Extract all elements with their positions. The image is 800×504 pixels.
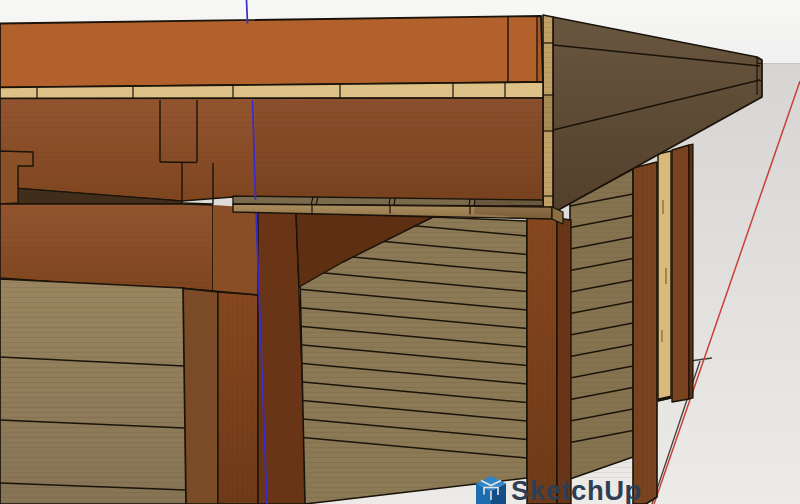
right-plywood-board [658,151,671,401]
model-scene[interactable]: SketchUp [0,0,800,504]
near-corner-post[interactable] [527,216,571,504]
rim-joist-band[interactable] [0,98,543,206]
left-plank-wall[interactable] [0,279,186,504]
right-post-b-side [689,144,693,399]
sketchup-viewport[interactable]: SketchUp [0,0,800,504]
roof-top-face [0,16,543,88]
post-upper-front[interactable] [213,205,258,295]
watermark-text: SketchUp [511,475,642,504]
roof-front[interactable] [0,16,543,99]
front-slat-wall[interactable] [296,213,527,504]
right-post-b [672,145,689,402]
